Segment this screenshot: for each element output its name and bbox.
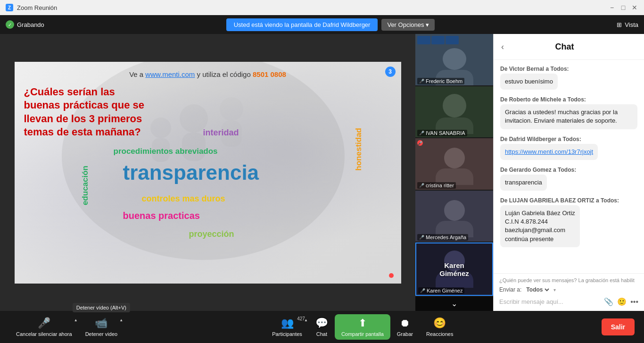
minimize-button[interactable]: − — [608, 4, 616, 11]
recording-badge: ✓ Grabando — [6, 20, 44, 29]
chat-sender-3: De Dafrid Wildberger a Todos: — [500, 136, 637, 142]
participants-scroll-down[interactable]: ⌄ — [415, 297, 493, 311]
vista-button[interactable]: ⊞ Vista — [617, 21, 638, 28]
wc-buenas: buenas practicas — [123, 210, 200, 221]
mic-label: Cancelar silenciar ahora — [16, 331, 72, 337]
app-title: Zoom Reunión — [17, 4, 57, 11]
chat-notice: ¿Quién puede ver sus mensajes? La grabac… — [499, 277, 638, 283]
chat-sender-2: De Roberto de Michele a Todos: — [500, 96, 637, 103]
share-button[interactable]: ⬆ Compartir pantalla — [335, 314, 390, 340]
maximize-button[interactable]: □ — [619, 4, 627, 11]
wc-transparencia: transparencia — [123, 161, 259, 184]
chat-header: ‹ Chat — [494, 34, 644, 60]
video-label: Detener video — [85, 331, 118, 337]
chat-panel: ‹ Chat De Victor Bernal a Todos: estuvo … — [493, 34, 644, 311]
vista-label: Vista — [625, 21, 638, 28]
video-expand-arrow[interactable]: ▲ — [119, 318, 123, 322]
video-tooltip: Detener vídeo (Alt+V) — [73, 303, 130, 312]
ver-opciones-button[interactable]: Ver Opciones ▾ — [381, 19, 435, 31]
participant-tile-frederic: 🎤 Frederic Boehm — [415, 34, 493, 85]
participants-icon: 👥 — [281, 317, 294, 329]
wc-controles: controles mas duros — [142, 194, 225, 204]
chat-button[interactable]: 💬 Chat — [309, 317, 335, 337]
chat-sender-5: De LUJAN GABRIELA BAEZ ORTIZ a Todos: — [500, 197, 637, 204]
participants-button[interactable]: 427 👥 Participantes ▲ — [265, 317, 309, 337]
wc-proyeccion: proyección — [189, 229, 234, 239]
share-label: Compartir pantalla — [341, 331, 384, 337]
participant-name-cristina: 🎤 cristina ritter — [417, 182, 456, 189]
chat-sender-4: De Gerardo Gomez a Todos: — [500, 167, 637, 173]
close-button[interactable]: ✕ — [631, 4, 638, 11]
participant-name-frederic: 🎤 Frederic Boehm — [417, 78, 464, 84]
chat-bubble-1: estuvo buenísimo — [500, 74, 558, 90]
chat-send-to: Enviar a: Todos ▾ — [499, 286, 638, 293]
chat-message-5: De LUJAN GABRIELA BAEZ ORTIZ a Todos: Lu… — [500, 197, 637, 247]
participants-strip: 🎤 Frederic Boehm 🎤 IVAN SANABRIA — [415, 34, 493, 311]
emoji-button[interactable]: 🙂 — [617, 297, 627, 306]
reactions-icon: 😊 — [433, 317, 446, 329]
left-panel: Ve a www.menti.com y utiliza el código 8… — [0, 34, 493, 311]
chat-message-2: De Roberto de Michele a Todos: Gracias a… — [500, 96, 637, 129]
video-icon: 📹 — [95, 317, 107, 329]
file-attach-button[interactable]: 📎 — [604, 297, 613, 306]
participant-tile-ivan: 🎤 IVAN SANABRIA — [415, 86, 493, 138]
chat-bubble-3: https://www.menti.com/13r7rjxojt — [500, 144, 598, 160]
participant-name-ivan: 🎤 IVAN SANABRIA — [417, 130, 467, 136]
participant-name-karen: 🎤 Karen Giménez — [418, 287, 464, 294]
vista-icon: ⊞ — [617, 21, 622, 28]
slide-content: Ve a www.menti.com y utiliza el código 8… — [15, 62, 401, 284]
reactions-button[interactable]: 😊 Reacciones — [420, 317, 460, 337]
wc-educacion: educación — [81, 166, 90, 205]
share-icon: ⬆ — [358, 317, 367, 329]
wc-interidad: interidad — [203, 128, 239, 138]
record-button[interactable]: ⏺ Grabar — [390, 317, 420, 337]
chat-bubble-2: Gracias a ustedes! muchas gracias por la… — [500, 104, 637, 129]
svg-point-3 — [220, 97, 243, 121]
participants-label: Participantes — [272, 331, 302, 337]
chat-input-row: 📎 🙂 ••• — [499, 296, 638, 307]
sharing-banner: Usted está viendo la pantalla de Dafrid … — [226, 18, 378, 31]
chat-footer: ¿Quién puede ver sus mensajes? La grabac… — [494, 273, 644, 311]
zoom-icon: Z — [6, 4, 13, 11]
record-icon: ⏺ — [400, 317, 410, 329]
mic-button[interactable]: 🎤 Cancelar silenciar ahora ▲ — [9, 317, 79, 337]
word-cloud: interidad honestidad procedimientos abre… — [85, 128, 392, 274]
menti-link: www.menti.com — [145, 70, 195, 78]
chat-bubble-4: transparencia — [500, 175, 547, 191]
mic-expand-arrow[interactable]: ▲ — [74, 318, 78, 322]
send-to-label: Enviar a: — [499, 286, 521, 293]
participants-expand-arrow[interactable]: ▲ — [304, 318, 308, 322]
participant-tile-karen: Karen Giménez 🎤 Karen Giménez — [415, 243, 493, 296]
chat-message-3: De Dafrid Wildberger a Todos: https://ww… — [500, 136, 637, 160]
chat-input[interactable] — [499, 296, 601, 307]
wc-honestidad: honestidad — [354, 128, 363, 171]
chat-message-1: De Victor Bernal a Todos: estuvo buenísi… — [500, 66, 637, 90]
wc-procedimientos: procedimientos abreviados — [114, 147, 218, 156]
end-meeting-button[interactable]: Salir — [602, 318, 635, 335]
menti-chat-link[interactable]: https://www.menti.com/13r7rjxojt — [505, 148, 593, 155]
toolbar-right: Salir — [602, 318, 635, 335]
chat-bubble-5: Luján Gabriela Báez Ortiz C.I.N 4.878.24… — [500, 205, 580, 247]
send-to-select[interactable]: Todos — [524, 286, 551, 293]
chat-message-4: De Gerardo Gomez a Todos: transparencia — [500, 167, 637, 191]
bottom-toolbar: 🎤 Cancelar silenciar ahora ▲ Detener víd… — [0, 311, 644, 343]
reactions-label: Reacciones — [426, 331, 453, 337]
title-bar: Z Zoom Reunión − □ ✕ — [0, 0, 644, 15]
more-options-button[interactable]: ••• — [630, 297, 638, 306]
participant-display-name-karen: Karen Giménez — [435, 261, 473, 277]
chat-collapse-button[interactable]: ‹ — [501, 42, 504, 52]
main-content: Ve a www.menti.com y utiliza el código 8… — [0, 34, 644, 311]
recording-label: Grabando — [17, 21, 44, 28]
top-bar: ✓ Grabando Usted está viendo la pantalla… — [0, 15, 644, 34]
chat-sender-1: De Victor Bernal a Todos: — [500, 66, 637, 72]
slide-instruction: Ve a www.menti.com y utiliza el código 8… — [15, 70, 401, 78]
video-button[interactable]: Detener vídeo (Alt+V) 📹 Detener video ▲ — [79, 317, 124, 337]
participant-tile-cristina: 🎤 🎤 cristina ritter — [415, 138, 493, 190]
chat-icon: 💬 — [315, 317, 328, 329]
recording-dot: ✓ — [6, 20, 14, 29]
toolbar-center: 427 👥 Participantes ▲ 💬 Chat ⬆ Compartir… — [265, 314, 460, 340]
toolbar-left: 🎤 Cancelar silenciar ahora ▲ Detener víd… — [9, 317, 124, 337]
participant-name-mercedes: 🎤 Mercedes Argaña — [417, 234, 468, 241]
chat-label: Chat — [316, 331, 327, 337]
participant-tile-mercedes: 🎤 Mercedes Argaña — [415, 191, 493, 242]
